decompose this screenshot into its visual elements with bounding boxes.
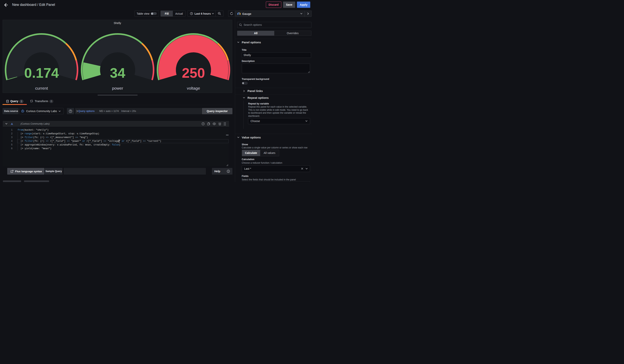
svg-text:79: 79 bbox=[238, 13, 240, 14]
svg-text:?: ? bbox=[70, 110, 71, 112]
svg-text:?: ? bbox=[203, 123, 204, 125]
